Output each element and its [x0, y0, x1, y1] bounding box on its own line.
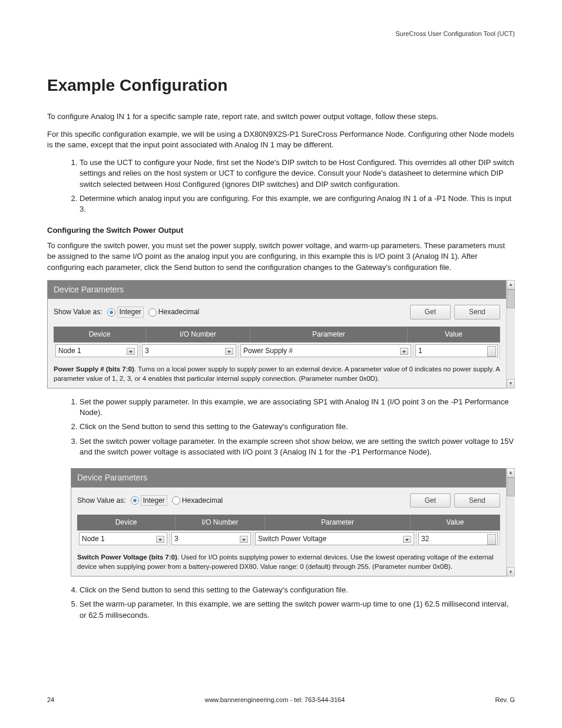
scroll-thumb[interactable] — [507, 289, 515, 308]
col-value: Value — [408, 327, 500, 342]
column-headers: Device I/O Number Parameter Value — [77, 515, 500, 531]
get-button[interactable]: Get — [410, 305, 451, 319]
device-dropdown[interactable]: Node 1 — [55, 344, 138, 357]
parameter-dropdown[interactable]: Power Supply # — [240, 344, 411, 357]
radio-dot-icon — [131, 496, 139, 505]
value-spinner[interactable]: 32 — [418, 532, 498, 545]
list-item: Click on the Send button to send this se… — [80, 585, 515, 595]
radio-hex-label: Hexadecimal — [182, 496, 223, 506]
device-parameters-panel-2: Device Parameters Show Value as: Integer… — [71, 468, 507, 577]
radio-integer[interactable]: Integer — [107, 307, 144, 318]
radio-hexadecimal[interactable]: Hexadecimal — [148, 307, 199, 317]
col-parameter: Parameter — [265, 515, 411, 531]
list-item: Click on the Send button to send this se… — [80, 421, 515, 432]
radio-hex-label: Hexadecimal — [158, 307, 199, 317]
panel-title: Device Parameters — [48, 281, 506, 299]
scrollbar[interactable]: ▲ ▼ — [506, 468, 515, 577]
device-parameters-panel-1: Device Parameters Show Value as: Integer… — [47, 280, 507, 388]
device-dropdown[interactable]: Node 1 — [79, 532, 167, 545]
list-item: Determine which analog input you are con… — [80, 193, 515, 215]
radio-dot-icon — [107, 308, 115, 317]
radio-integer[interactable]: Integer — [131, 495, 167, 506]
panel-title: Device Parameters — [71, 469, 506, 487]
radio-integer-label: Integer — [141, 495, 167, 506]
scrollbar[interactable]: ▲ ▼ — [506, 280, 515, 388]
radio-dot-icon — [172, 496, 180, 505]
list-item: To use the UCT to configure your Node, f… — [80, 157, 515, 190]
column-headers: Device I/O Number Parameter Value — [54, 327, 500, 342]
intro-paragraph-1: To configure Analog IN 1 for a specific … — [47, 111, 515, 122]
io-number-dropdown[interactable]: 3 — [171, 532, 251, 545]
value-spinner[interactable]: 1 — [415, 344, 498, 357]
col-device: Device — [54, 327, 146, 342]
radio-integer-label: Integer — [117, 307, 144, 318]
scroll-up-icon[interactable]: ▲ — [507, 468, 515, 477]
list-item: Set the switch power voltage parameter. … — [80, 436, 515, 457]
list-item: Set the power supply parameter. In this … — [80, 397, 515, 418]
radio-hexadecimal[interactable]: Hexadecimal — [172, 496, 223, 506]
show-value-label: Show Value as: — [54, 307, 103, 317]
steps-list-b: Set the power supply parameter. In this … — [47, 397, 515, 457]
send-button[interactable]: Send — [454, 305, 500, 319]
header-product: SureCross User Configuration Tool (UCT) — [47, 29, 515, 38]
parameter-description: Switch Power Voltage (bits 7:0). Used fo… — [77, 553, 500, 571]
intro-paragraph-2: For this specific configuration example,… — [47, 129, 515, 150]
col-parameter: Parameter — [250, 327, 408, 342]
col-io: I/O Number — [176, 515, 265, 531]
io-number-dropdown[interactable]: 3 — [142, 344, 236, 357]
section-subhead: Configuring the Switch Power Output — [47, 225, 515, 236]
page-title: Example Configuration — [47, 74, 515, 97]
show-value-label: Show Value as: — [77, 496, 126, 506]
radio-dot-icon — [148, 308, 157, 317]
scroll-down-icon[interactable]: ▼ — [507, 567, 515, 577]
param-desc-title: Power Supply # (bits 7:0) — [54, 365, 134, 373]
scroll-down-icon[interactable]: ▼ — [507, 379, 515, 388]
steps-list-a: To use the UCT to configure your Node, f… — [47, 157, 515, 215]
col-value: Value — [411, 515, 500, 531]
param-desc-title: Switch Power Voltage (bits 7:0) — [77, 554, 177, 561]
steps-list-c: Click on the Send button to send this se… — [47, 585, 515, 621]
parameter-description: Power Supply # (bits 7:0). Turns on a lo… — [54, 365, 500, 383]
get-button[interactable]: Get — [410, 493, 451, 508]
scroll-up-icon[interactable]: ▲ — [507, 280, 515, 289]
list-item: Set the warm-up parameter. In this examp… — [80, 599, 515, 620]
col-io: I/O Number — [146, 327, 250, 342]
scroll-thumb[interactable] — [507, 477, 515, 496]
parameter-dropdown[interactable]: Switch Power Voltage — [255, 532, 414, 545]
col-device: Device — [77, 515, 176, 531]
send-button[interactable]: Send — [454, 493, 500, 508]
sub-intro: To configure the switch power, you must … — [47, 241, 515, 273]
